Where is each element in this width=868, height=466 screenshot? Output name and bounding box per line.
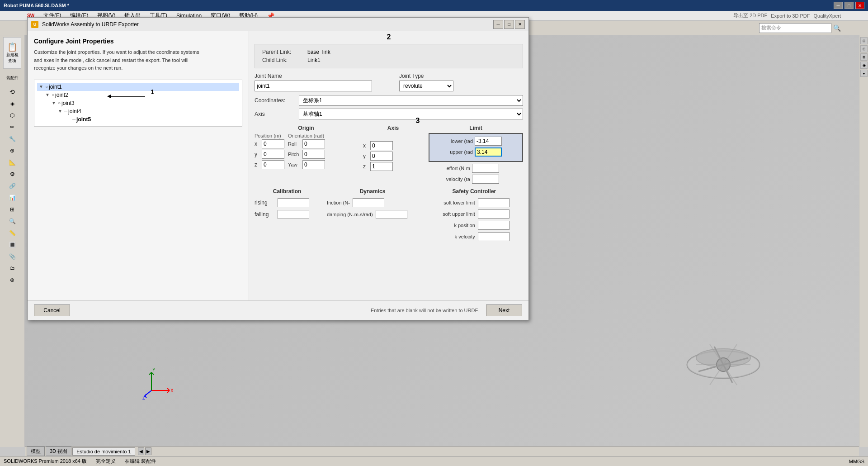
tree-label-joint5: joint5 [76, 116, 91, 123]
close-button[interactable]: ✕ [855, 2, 864, 9]
limit-title: Limit [429, 125, 523, 131]
velocity-input[interactable] [472, 175, 499, 184]
sidebar-icon-10[interactable]: 📊 [3, 192, 21, 203]
dialog-titlebar: U SolidWorks Assembly to URDF Exporter ─… [28, 18, 528, 31]
next-button[interactable]: Next [486, 304, 522, 316]
limit-section: Limit lower (rad upper (rad [429, 125, 523, 184]
sidebar-icon-8[interactable]: ⚙ [3, 169, 21, 180]
search-input[interactable]: 搜索命令 [759, 23, 831, 33]
joint-type-label: Joint Type [399, 73, 453, 79]
axis-select[interactable]: 基准轴1 [299, 109, 523, 119]
sidebar-icon-13[interactable]: 📏 [3, 228, 21, 238]
friction-input[interactable] [353, 198, 384, 207]
coordinates-label: Coordinates: [255, 97, 295, 104]
axis-z-input[interactable] [370, 162, 393, 171]
tree-item-joint1[interactable]: ▼ ○ joint1 [37, 83, 239, 91]
dynamics-section: Dynamics friction (N- damping (N-m-s/rad… [327, 188, 418, 241]
sidebar-icon-6[interactable]: ⊕ [3, 145, 21, 156]
dialog-icon: U [31, 21, 38, 28]
z-pos-input[interactable] [262, 160, 284, 169]
x-pos-input[interactable] [262, 139, 284, 148]
minimize-button[interactable]: ─ [834, 2, 843, 9]
coordinates-select[interactable]: 坐标系1 [299, 95, 523, 106]
sidebar-new-check[interactable]: 📋 新建检查项 [3, 37, 21, 69]
yaw-input[interactable] [302, 160, 325, 169]
falling-input[interactable] [278, 210, 309, 219]
damping-input[interactable] [376, 210, 407, 219]
dialog-minimize[interactable]: ─ [493, 20, 503, 29]
tree-expand-joint2: ▼ [45, 92, 51, 97]
status-definition: 完全定义 [96, 458, 116, 465]
export-2d-pdf[interactable]: 导出至 2D PDF [733, 12, 767, 19]
tree-label-joint2: joint2 [55, 92, 68, 98]
k-position-input[interactable] [478, 221, 509, 230]
dialog-close[interactable]: ✕ [515, 20, 525, 29]
tab-nav-left[interactable]: ◀ [138, 447, 144, 455]
pitch-input[interactable] [302, 150, 325, 159]
axis-x-input[interactable] [370, 141, 393, 150]
export-3d-pdf[interactable]: Export to 3D PDF [771, 13, 810, 19]
sidebar-icon-5[interactable]: 🔧 [3, 133, 21, 144]
cancel-button[interactable]: Cancel [34, 304, 70, 316]
tab-nav-right[interactable]: ▶ [145, 447, 151, 455]
axis-x-label: x [363, 143, 368, 149]
joint-type-select[interactable]: revolute continuous prismatic fixed floa… [399, 81, 453, 91]
sidebar-icon-17[interactable]: ⊛ [3, 275, 21, 285]
rising-input[interactable] [278, 198, 309, 207]
right-icon-2[interactable]: ⊟ [860, 45, 868, 52]
dialog-maximize[interactable]: □ [504, 20, 514, 29]
sidebar-assembly[interactable]: 装配件 [3, 71, 21, 84]
axis-y-input[interactable] [370, 152, 393, 161]
child-link-value: Link1 [307, 57, 321, 63]
joint-name-input[interactable] [255, 81, 372, 91]
tree-icon-joint4: ─ [64, 109, 67, 114]
tree-item-joint5[interactable]: ─ joint5 [37, 115, 239, 124]
tab-estudio[interactable]: Estudio de movimiento 1 [72, 447, 135, 456]
status-bar: SOLIDWORKS Premium 2018 x64 版 完全定义 在编辑 装… [0, 456, 868, 466]
sidebar-icon-16[interactable]: 🗂 [3, 263, 21, 274]
quality-xpert[interactable]: QualityXpert [813, 13, 841, 19]
tree-icon-joint2: ○ [52, 92, 54, 97]
search-icon[interactable]: 🔍 [833, 24, 841, 32]
upper-limit-label: upper (rad [432, 149, 473, 155]
sidebar-icon-11[interactable]: ⊞ [3, 204, 21, 215]
soft-lower-label: soft lower limit [425, 200, 475, 205]
k-velocity-label: k velocity [425, 234, 475, 239]
lower-limit-input[interactable] [475, 137, 502, 146]
maximize-button[interactable]: □ [844, 2, 854, 9]
sidebar-icon-2[interactable]: ◈ [3, 98, 21, 109]
joint-name-label: Joint Name [255, 73, 372, 79]
soft-lower-input[interactable] [478, 198, 509, 207]
right-icon-4[interactable]: ◉ [860, 62, 868, 69]
right-icon-3[interactable]: ⊠ [860, 53, 868, 61]
k-velocity-input[interactable] [478, 232, 509, 241]
y-pos-input[interactable] [262, 150, 284, 159]
tab-3d-view[interactable]: 3D 视图 [46, 447, 71, 456]
upper-limit-input[interactable] [475, 147, 502, 157]
tree-icon-joint3: ○ [58, 100, 61, 105]
sidebar-icon-9[interactable]: 🔗 [3, 181, 21, 191]
robot-3d-view [678, 319, 769, 410]
app-title: Robot PUMA 560.SLDASM * [4, 3, 69, 8]
svg-text:Z: Z [142, 395, 145, 399]
soft-upper-input[interactable] [478, 209, 509, 219]
sidebar-icon-7[interactable]: 📐 [3, 157, 21, 168]
calibration-section: Calibration rising falling [255, 188, 320, 241]
tab-model[interactable]: 模型 [27, 447, 45, 456]
tree-item-joint3[interactable]: ▼ ○ joint3 [37, 99, 239, 107]
yaw-label: Yaw [288, 162, 301, 167]
effort-input[interactable] [472, 164, 499, 173]
sidebar-icon-15[interactable]: 📎 [3, 251, 21, 262]
footer-note: Entries that are blank will not be writt… [371, 308, 479, 313]
sidebar-icon-12[interactable]: 🔍 [3, 216, 21, 227]
joint-properties-row: Joint Name Joint Type revolute continuou… [255, 73, 523, 91]
right-icon-5[interactable]: ● [860, 70, 868, 77]
sidebar-icon-3[interactable]: ⬡ [3, 110, 21, 121]
right-icon-1[interactable]: ⊞ [860, 37, 868, 44]
sidebar-icon-4[interactable]: ✏ [3, 122, 21, 133]
sidebar-icon-14[interactable]: 🔳 [3, 239, 21, 250]
roll-input[interactable] [302, 139, 325, 148]
tree-item-joint4[interactable]: ▼ ─ joint4 [37, 107, 239, 115]
tree-item-joint2[interactable]: ▼ ○ joint2 [37, 91, 239, 99]
sidebar-icon-1[interactable]: ⟲ [3, 86, 21, 97]
